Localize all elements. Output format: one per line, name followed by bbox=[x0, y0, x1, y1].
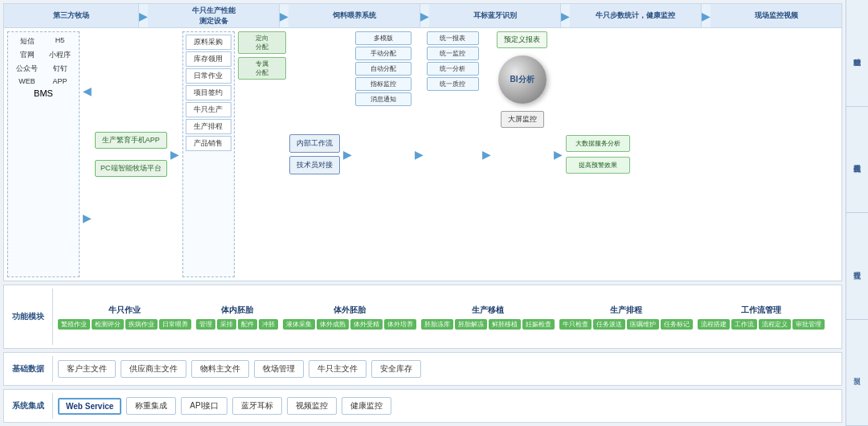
data-supplier: 供应商主文件 bbox=[121, 360, 186, 378]
data-customer: 客户主文件 bbox=[58, 360, 116, 378]
arrow-right2: ▶ bbox=[415, 31, 424, 277]
module-embryo-in-tags: 管理 采排 配件 冲胚 bbox=[196, 319, 278, 330]
apps-section: 生产繁育手机APP PC端智能牧场平台 bbox=[95, 31, 167, 277]
module-embryo-out-title: 体外胚胎 bbox=[334, 305, 366, 316]
tag-preg-check: 妊娠检查 bbox=[522, 319, 555, 330]
stat-monitor: 统一监控 bbox=[427, 47, 479, 60]
stats-section: 统一报表 统一监控 统一分析 统一质控 bbox=[427, 31, 479, 277]
pc-platform: PC端智能牧场平台 bbox=[95, 160, 167, 177]
input-web: WEB bbox=[11, 76, 43, 86]
module-prod-schedule: 生产排程 牛只检查 任务派送 医嘱维护 任务标记 bbox=[559, 305, 693, 330]
opt-auto: 自动分配 bbox=[355, 62, 411, 76]
opt-notify: 消息通知 bbox=[355, 92, 411, 106]
work-section: 内部工作流 技术员对接 bbox=[289, 31, 340, 277]
module-cattle-ops: 牛只作业 繁殖作业 检测评分 疾病作业 日常喂养 bbox=[58, 305, 191, 330]
big-screen: 大屏监控 bbox=[501, 111, 544, 128]
input-bms: BMS bbox=[11, 88, 76, 99]
system-integration-content: Web Service 称重集成 API接口 蓝牙耳标 视频监控 健康监控 bbox=[58, 397, 837, 415]
module-cattle-ops-tags: 繁殖作业 检测评分 疾病作业 日常喂养 bbox=[58, 319, 191, 330]
basic-data-content: 客户主文件 供应商主文件 物料主文件 牧场管理 牛只主文件 安全库存 bbox=[58, 360, 837, 378]
data-safety-stock: 安全库存 bbox=[371, 360, 421, 378]
arrow-right3: ▶ bbox=[482, 31, 491, 277]
input-website: 官网 bbox=[11, 49, 43, 61]
mobile-app: 生产繁育手机APP bbox=[95, 132, 167, 149]
module-embryo-in: 体内胚胎 管理 采排 配件 冲胚 bbox=[196, 305, 278, 330]
flow-body: 短信 H5 官网 小程序 公众号 钉钉 WEB APP BMS ◀ ▶ bbox=[4, 28, 841, 281]
module-cattle-ops-title: 牛只作业 bbox=[108, 305, 141, 316]
tag-mature: 体外成熟 bbox=[317, 319, 349, 330]
input-miniapp: 小程序 bbox=[44, 49, 76, 61]
arrow-right1: ▶ bbox=[343, 31, 352, 277]
input-wechat: 公众号 bbox=[11, 63, 43, 75]
tag-task-send: 任务派送 bbox=[593, 319, 625, 330]
module-transplant-title: 生产移植 bbox=[472, 305, 504, 316]
input-app: APP bbox=[44, 76, 76, 86]
tag-flow-def: 流程定义 bbox=[759, 319, 791, 330]
module-embryo-out: 体外胚胎 液体采集 体外成熟 体外受精 体外培养 bbox=[283, 305, 416, 330]
improve-result: 提高预警效果 bbox=[566, 157, 630, 174]
sys-api: API接口 bbox=[181, 397, 227, 415]
top-flow: 第三方牧场 ▶ 牛只生产性能测定设备 ▶ 饲料喂养系统 ▶ 耳标蓝牙识别 ▶ 牛… bbox=[3, 3, 842, 281]
module-workflow-mgmt-tags: 流程搭建 工作流 流程定义 审批管理 bbox=[698, 319, 825, 330]
opt-kpi: 指标监控 bbox=[355, 77, 411, 91]
functional-modules-content: 牛只作业 繁殖作业 检测评分 疾病作业 日常喂养 体内胚胎 管理 采排 bbox=[58, 305, 837, 330]
basic-data-label: 基础数据 bbox=[9, 356, 53, 382]
tag-parts: 配件 bbox=[238, 319, 257, 330]
system-integration-row: 系统集成 Web Service 称重集成 API接口 蓝牙耳标 视频监控 健康… bbox=[3, 389, 842, 423]
stat-quality: 统一质控 bbox=[427, 77, 479, 91]
tag-thaw: 胚胎解冻 bbox=[455, 319, 487, 330]
tag-medical-maintain: 医嘱维护 bbox=[627, 319, 659, 330]
opt-multiversion: 多模版 bbox=[355, 31, 411, 45]
functional-modules-row: 功能模块 牛只作业 繁殖作业 检测评分 疾病作业 日常喂养 体内胚胎 bbox=[3, 285, 842, 349]
sphere-visual: BI分析 bbox=[498, 55, 547, 104]
module-prod-schedule-title: 生产排程 bbox=[610, 305, 642, 316]
input-h5: H5 bbox=[44, 35, 76, 47]
input-sms: 短信 bbox=[11, 35, 43, 47]
data-material: 物料主文件 bbox=[191, 360, 249, 378]
box-daily: 日常作业 bbox=[186, 68, 231, 84]
sidebar-process: 流程管理 bbox=[846, 213, 868, 320]
multi-options: 多模版 手动分配 自动分配 指标监控 消息通知 bbox=[355, 31, 411, 277]
arrow-right4: ▶ bbox=[554, 31, 563, 277]
tech-connect: 技术员对接 bbox=[289, 156, 340, 174]
module-embryo-in-title: 体内胚胎 bbox=[221, 305, 253, 316]
module-prod-schedule-tags: 牛只检查 任务派送 医嘱维护 任务标记 bbox=[559, 319, 693, 330]
main-container: 第三方牧场 ▶ 牛只生产性能测定设备 ▶ 饲料喂养系统 ▶ 耳标蓝牙识别 ▶ 牛… bbox=[0, 0, 868, 426]
module-transplant: 生产移植 胚胎冻库 胚胎解冻 鲜胚移植 妊娠检查 bbox=[421, 305, 555, 330]
tag-manage: 管理 bbox=[196, 319, 215, 330]
tag-daily-feed: 日常喂养 bbox=[159, 319, 191, 330]
right-results: 大数据服务分析 提高预警效果 bbox=[566, 31, 630, 277]
tag-culture: 体外培养 bbox=[384, 319, 416, 330]
flow-header: 第三方牧场 ▶ 牛只生产性能测定设备 ▶ 饲料喂养系统 ▶ 耳标蓝牙识别 ▶ 牛… bbox=[4, 4, 841, 28]
tag-workflow: 工作流 bbox=[731, 319, 757, 330]
sidebar-platform: 基础平台支撑系统 bbox=[846, 107, 868, 214]
right-sidebar: 管理驾驶舱功能 基础平台支撑系统 流程管理 回复 bbox=[845, 0, 868, 426]
stat-report: 统一报表 bbox=[427, 31, 479, 45]
functional-modules-label: 功能模块 bbox=[9, 289, 53, 345]
box-list: 原料采购 库存领用 日常作业 项目签约 牛只生产 生产排程 产品销售 bbox=[182, 31, 235, 277]
tag-cattle-check: 牛只检查 bbox=[559, 319, 592, 330]
box-project: 项目签约 bbox=[186, 85, 231, 100]
sys-health: 健康监控 bbox=[342, 397, 391, 415]
arrow-up: ◀ bbox=[83, 84, 92, 97]
tag-fertilize: 体外受精 bbox=[350, 319, 383, 330]
box-cattle: 牛只生产 bbox=[186, 102, 231, 117]
tag-flow-build: 流程搭建 bbox=[698, 319, 730, 330]
flow-header-feed: 饲料喂养系统 bbox=[289, 4, 420, 27]
module-workflow-mgmt: 工作流管理 流程搭建 工作流 流程定义 审批管理 bbox=[698, 305, 825, 330]
left-content: 第三方牧场 ▶ 牛只生产性能测定设备 ▶ 饲料喂养系统 ▶ 耳标蓝牙识别 ▶ 牛… bbox=[0, 0, 845, 426]
module-workflow-mgmt-title: 工作流管理 bbox=[741, 305, 781, 316]
sys-weight: 称重集成 bbox=[126, 397, 176, 415]
flow-header-third-party: 第三方牧场 bbox=[4, 4, 139, 27]
input-section: 短信 H5 官网 小程序 公众号 钉钉 WEB APP BMS bbox=[7, 31, 80, 277]
tag-collect: 采排 bbox=[217, 319, 236, 330]
input-grid: 短信 H5 官网 小程序 公众号 钉钉 WEB APP bbox=[11, 35, 76, 86]
dist-directional: 定向分配 bbox=[238, 31, 286, 54]
stat-analysis: 统一分析 bbox=[427, 62, 479, 76]
tag-flush: 冲胚 bbox=[259, 319, 278, 330]
module-transplant-tags: 胚胎冻库 胚胎解冻 鲜胚移植 妊娠检查 bbox=[421, 319, 555, 330]
sys-webservice: Web Service bbox=[58, 398, 121, 415]
data-farm: 牧场管理 bbox=[254, 360, 304, 378]
arrows-left: ◀ ▶ bbox=[83, 31, 92, 277]
flow-header-equipment: 牛只生产性能测定设备 bbox=[148, 4, 280, 27]
